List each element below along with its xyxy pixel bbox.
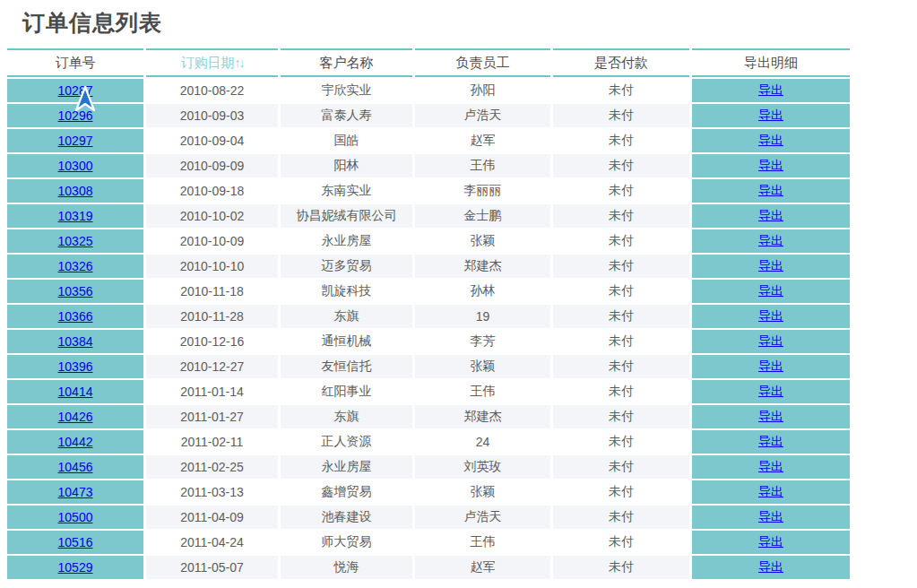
- order-id-cell: 10296: [7, 104, 143, 127]
- export-link[interactable]: 导出: [758, 208, 783, 222]
- export-cell: 导出: [692, 430, 850, 454]
- order-id-link[interactable]: 10500: [58, 510, 93, 524]
- export-link[interactable]: 导出: [758, 133, 783, 147]
- export-link[interactable]: 导出: [758, 233, 783, 247]
- customer-cell: 红阳事业: [281, 380, 412, 403]
- order-id-cell: 10366: [7, 305, 143, 328]
- paid-cell: 未付: [553, 229, 689, 253]
- order-id-cell: 10300: [7, 154, 143, 177]
- employee-cell: 赵军: [415, 556, 550, 579]
- export-link[interactable]: 导出: [758, 434, 783, 448]
- customer-cell: 池春建设: [281, 506, 412, 529]
- order-id-link[interactable]: 10473: [58, 485, 93, 499]
- order-id-cell: 10426: [7, 405, 143, 428]
- column-header-label: 负责员工: [456, 55, 510, 70]
- export-cell: 导出: [692, 79, 850, 102]
- order-id-link[interactable]: 10325: [58, 234, 93, 248]
- paid-cell: 未付: [553, 104, 689, 127]
- order-date-cell: 2011-03-13: [146, 480, 278, 504]
- header-row: 订单号订购日期↑↓客户名称负责员工是否付款导出明细: [7, 48, 850, 77]
- order-date-cell: 2010-09-18: [146, 179, 278, 203]
- table-row: 103082010-09-18东南实业李丽丽未付导出: [7, 179, 850, 203]
- column-header-employee[interactable]: 负责员工: [415, 48, 550, 77]
- order-date-cell: 2010-10-10: [146, 255, 278, 278]
- order-id-link[interactable]: 10300: [58, 159, 93, 173]
- order-id-link[interactable]: 10319: [58, 209, 93, 223]
- export-link[interactable]: 导出: [758, 559, 783, 574]
- table-row: 103562010-11-18凯旋科技孙林未付导出: [7, 280, 850, 303]
- order-id-link[interactable]: 10516: [58, 535, 93, 549]
- column-header-order_date[interactable]: 订购日期↑↓: [146, 48, 278, 77]
- order-date-cell: 2010-09-09: [146, 154, 278, 177]
- customer-cell: 悦海: [281, 556, 412, 579]
- order-id-link[interactable]: 10297: [58, 134, 93, 148]
- order-id-link[interactable]: 10414: [58, 385, 93, 399]
- export-link[interactable]: 导出: [758, 183, 783, 197]
- column-header-export[interactable]: 导出明细: [692, 48, 850, 77]
- paid-cell: 未付: [553, 380, 689, 403]
- export-link[interactable]: 导出: [758, 359, 783, 373]
- table-row: 102872010-08-22宇欣实业孙阳未付导出: [7, 79, 850, 102]
- order-date-cell: 2010-10-09: [146, 229, 278, 253]
- export-link[interactable]: 导出: [758, 258, 783, 272]
- export-link[interactable]: 导出: [758, 283, 783, 298]
- export-link[interactable]: 导出: [758, 333, 783, 348]
- export-link[interactable]: 导出: [758, 409, 783, 423]
- order-id-link[interactable]: 10384: [58, 334, 93, 349]
- order-id-cell: 10356: [7, 280, 143, 303]
- table-row: 103262010-10-10迈多贸易郑建杰未付导出: [7, 255, 850, 278]
- customer-cell: 富泰人寿: [281, 104, 412, 127]
- order-id-link[interactable]: 10296: [58, 108, 93, 123]
- order-date-cell: 2011-04-09: [146, 506, 278, 529]
- order-id-link[interactable]: 10456: [58, 460, 93, 474]
- order-id-link[interactable]: 10356: [58, 284, 93, 298]
- export-link[interactable]: 导出: [758, 158, 783, 172]
- order-id-cell: 10473: [7, 480, 143, 504]
- customer-cell: 正人资源: [281, 430, 412, 454]
- export-link[interactable]: 导出: [758, 484, 783, 498]
- order-id-link[interactable]: 10396: [58, 359, 93, 374]
- table-row: 104422011-02-11正人资源24未付导出: [7, 430, 850, 454]
- export-cell: 导出: [692, 531, 850, 554]
- export-link[interactable]: 导出: [758, 384, 783, 398]
- column-header-order_id[interactable]: 订单号: [7, 48, 143, 77]
- order-id-link[interactable]: 10529: [58, 560, 93, 575]
- table-row: 102962010-09-03富泰人寿卢浩天未付导出: [7, 104, 850, 127]
- table-row: 103662010-11-28东旗19未付导出: [7, 305, 850, 328]
- column-header-customer[interactable]: 客户名称: [281, 48, 412, 77]
- employee-cell: 孙阳: [415, 79, 550, 102]
- order-date-cell: 2010-08-22: [146, 79, 278, 102]
- order-date-cell: 2011-01-14: [146, 380, 278, 403]
- order-id-link[interactable]: 10287: [58, 83, 93, 98]
- table-row: 105002011-04-09池春建设卢浩天未付导出: [7, 506, 850, 529]
- table-row: 105292011-05-07悦海赵军未付导出: [7, 556, 850, 579]
- paid-cell: 未付: [553, 280, 689, 303]
- order-id-cell: 10297: [7, 129, 143, 152]
- export-link[interactable]: 导出: [758, 459, 783, 473]
- column-header-label: 是否付款: [594, 55, 648, 70]
- export-cell: 导出: [692, 255, 850, 278]
- export-link[interactable]: 导出: [758, 534, 783, 549]
- table-row: 103252010-10-09永业房屋张颖未付导出: [7, 229, 850, 253]
- paid-cell: 未付: [553, 305, 689, 328]
- order-id-link[interactable]: 10366: [58, 309, 93, 324]
- column-header-paid[interactable]: 是否付款: [553, 48, 689, 77]
- order-id-link[interactable]: 10426: [58, 410, 93, 424]
- customer-cell: 通恒机械: [281, 330, 412, 353]
- table-row: 104142011-01-14红阳事业王伟未付导出: [7, 380, 850, 403]
- order-date-cell: 2010-11-28: [146, 305, 278, 328]
- export-link[interactable]: 导出: [758, 108, 783, 122]
- column-header-label: 客户名称: [320, 55, 374, 70]
- export-link[interactable]: 导出: [758, 308, 783, 323]
- order-id-link[interactable]: 10442: [58, 435, 93, 449]
- export-link[interactable]: 导出: [758, 82, 783, 97]
- customer-cell: 凯旋科技: [281, 280, 412, 303]
- export-link[interactable]: 导出: [758, 509, 783, 523]
- order-id-link[interactable]: 10326: [58, 259, 93, 273]
- employee-cell: 李芳: [415, 330, 550, 353]
- order-id-link[interactable]: 10308: [58, 184, 93, 198]
- table-row: 104562011-02-25永业房屋刘英玫未付导出: [7, 455, 850, 479]
- order-date-cell: 2010-10-02: [146, 204, 278, 228]
- paid-cell: 未付: [553, 154, 689, 177]
- order-id-cell: 10456: [7, 455, 143, 479]
